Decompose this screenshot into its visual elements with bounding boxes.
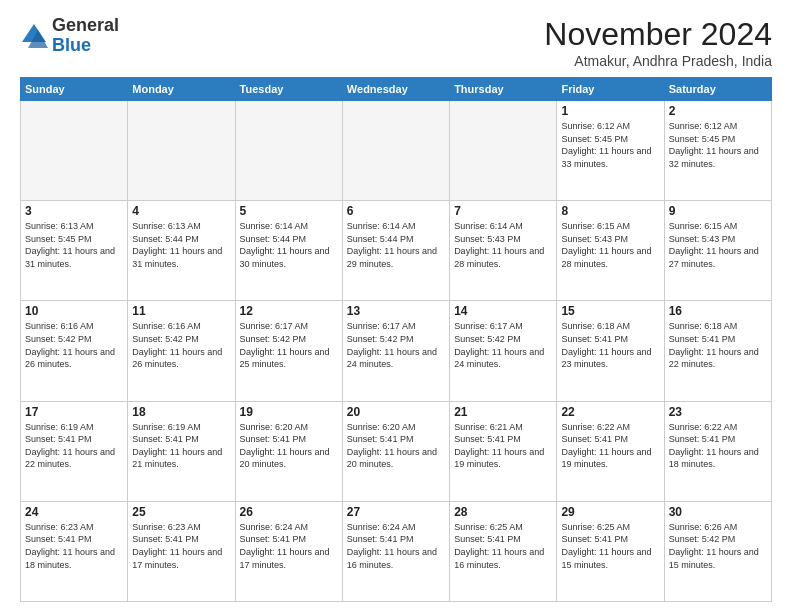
day-number: 18 (132, 405, 230, 419)
day-info: Sunrise: 6:17 AMSunset: 5:42 PMDaylight:… (347, 320, 445, 370)
day-info: Sunrise: 6:19 AMSunset: 5:41 PMDaylight:… (132, 421, 230, 471)
calendar-cell: 24Sunrise: 6:23 AMSunset: 5:41 PMDayligh… (21, 501, 128, 601)
day-info: Sunrise: 6:12 AMSunset: 5:45 PMDaylight:… (669, 120, 767, 170)
calendar-cell: 10Sunrise: 6:16 AMSunset: 5:42 PMDayligh… (21, 301, 128, 401)
weekday-header-tuesday: Tuesday (235, 78, 342, 101)
calendar-cell: 4Sunrise: 6:13 AMSunset: 5:44 PMDaylight… (128, 201, 235, 301)
day-info: Sunrise: 6:14 AMSunset: 5:44 PMDaylight:… (347, 220, 445, 270)
logo: General Blue (20, 16, 119, 56)
day-number: 5 (240, 204, 338, 218)
calendar-cell: 9Sunrise: 6:15 AMSunset: 5:43 PMDaylight… (664, 201, 771, 301)
day-info: Sunrise: 6:20 AMSunset: 5:41 PMDaylight:… (347, 421, 445, 471)
calendar-cell: 6Sunrise: 6:14 AMSunset: 5:44 PMDaylight… (342, 201, 449, 301)
weekday-header-monday: Monday (128, 78, 235, 101)
page: General Blue November 2024 Atmakur, Andh… (0, 0, 792, 612)
day-info: Sunrise: 6:17 AMSunset: 5:42 PMDaylight:… (240, 320, 338, 370)
weekday-header-row: SundayMondayTuesdayWednesdayThursdayFrid… (21, 78, 772, 101)
day-info: Sunrise: 6:16 AMSunset: 5:42 PMDaylight:… (132, 320, 230, 370)
title-block: November 2024 Atmakur, Andhra Pradesh, I… (544, 16, 772, 69)
day-number: 9 (669, 204, 767, 218)
day-number: 2 (669, 104, 767, 118)
day-info: Sunrise: 6:14 AMSunset: 5:43 PMDaylight:… (454, 220, 552, 270)
calendar-cell (235, 101, 342, 201)
day-number: 25 (132, 505, 230, 519)
calendar-cell: 16Sunrise: 6:18 AMSunset: 5:41 PMDayligh… (664, 301, 771, 401)
month-title: November 2024 (544, 16, 772, 53)
day-number: 21 (454, 405, 552, 419)
day-number: 26 (240, 505, 338, 519)
week-row-3: 10Sunrise: 6:16 AMSunset: 5:42 PMDayligh… (21, 301, 772, 401)
calendar-cell: 21Sunrise: 6:21 AMSunset: 5:41 PMDayligh… (450, 401, 557, 501)
day-number: 19 (240, 405, 338, 419)
calendar-cell: 20Sunrise: 6:20 AMSunset: 5:41 PMDayligh… (342, 401, 449, 501)
day-info: Sunrise: 6:20 AMSunset: 5:41 PMDaylight:… (240, 421, 338, 471)
calendar-cell: 25Sunrise: 6:23 AMSunset: 5:41 PMDayligh… (128, 501, 235, 601)
calendar-cell: 18Sunrise: 6:19 AMSunset: 5:41 PMDayligh… (128, 401, 235, 501)
logo-text: General Blue (52, 16, 119, 56)
week-row-2: 3Sunrise: 6:13 AMSunset: 5:45 PMDaylight… (21, 201, 772, 301)
day-number: 20 (347, 405, 445, 419)
logo-general-text: General (52, 15, 119, 35)
calendar-cell: 27Sunrise: 6:24 AMSunset: 5:41 PMDayligh… (342, 501, 449, 601)
calendar-table: SundayMondayTuesdayWednesdayThursdayFrid… (20, 77, 772, 602)
calendar-cell: 23Sunrise: 6:22 AMSunset: 5:41 PMDayligh… (664, 401, 771, 501)
day-number: 24 (25, 505, 123, 519)
calendar-cell: 17Sunrise: 6:19 AMSunset: 5:41 PMDayligh… (21, 401, 128, 501)
calendar-cell: 12Sunrise: 6:17 AMSunset: 5:42 PMDayligh… (235, 301, 342, 401)
day-info: Sunrise: 6:18 AMSunset: 5:41 PMDaylight:… (669, 320, 767, 370)
calendar-cell: 13Sunrise: 6:17 AMSunset: 5:42 PMDayligh… (342, 301, 449, 401)
day-info: Sunrise: 6:19 AMSunset: 5:41 PMDaylight:… (25, 421, 123, 471)
weekday-header-wednesday: Wednesday (342, 78, 449, 101)
day-number: 1 (561, 104, 659, 118)
day-number: 11 (132, 304, 230, 318)
day-info: Sunrise: 6:12 AMSunset: 5:45 PMDaylight:… (561, 120, 659, 170)
day-info: Sunrise: 6:13 AMSunset: 5:44 PMDaylight:… (132, 220, 230, 270)
day-info: Sunrise: 6:26 AMSunset: 5:42 PMDaylight:… (669, 521, 767, 571)
day-info: Sunrise: 6:17 AMSunset: 5:42 PMDaylight:… (454, 320, 552, 370)
day-number: 6 (347, 204, 445, 218)
day-number: 10 (25, 304, 123, 318)
day-number: 3 (25, 204, 123, 218)
weekday-header-friday: Friday (557, 78, 664, 101)
calendar-cell: 29Sunrise: 6:25 AMSunset: 5:41 PMDayligh… (557, 501, 664, 601)
day-number: 23 (669, 405, 767, 419)
calendar-cell: 14Sunrise: 6:17 AMSunset: 5:42 PMDayligh… (450, 301, 557, 401)
calendar-cell: 8Sunrise: 6:15 AMSunset: 5:43 PMDaylight… (557, 201, 664, 301)
day-number: 8 (561, 204, 659, 218)
calendar-cell: 28Sunrise: 6:25 AMSunset: 5:41 PMDayligh… (450, 501, 557, 601)
day-info: Sunrise: 6:23 AMSunset: 5:41 PMDaylight:… (25, 521, 123, 571)
calendar-cell (342, 101, 449, 201)
day-number: 30 (669, 505, 767, 519)
calendar-cell: 2Sunrise: 6:12 AMSunset: 5:45 PMDaylight… (664, 101, 771, 201)
day-number: 16 (669, 304, 767, 318)
day-info: Sunrise: 6:16 AMSunset: 5:42 PMDaylight:… (25, 320, 123, 370)
calendar-cell (21, 101, 128, 201)
day-number: 17 (25, 405, 123, 419)
day-info: Sunrise: 6:21 AMSunset: 5:41 PMDaylight:… (454, 421, 552, 471)
day-number: 15 (561, 304, 659, 318)
calendar-cell: 15Sunrise: 6:18 AMSunset: 5:41 PMDayligh… (557, 301, 664, 401)
calendar-cell: 3Sunrise: 6:13 AMSunset: 5:45 PMDaylight… (21, 201, 128, 301)
weekday-header-thursday: Thursday (450, 78, 557, 101)
calendar-cell (128, 101, 235, 201)
calendar-cell: 19Sunrise: 6:20 AMSunset: 5:41 PMDayligh… (235, 401, 342, 501)
calendar-cell: 26Sunrise: 6:24 AMSunset: 5:41 PMDayligh… (235, 501, 342, 601)
header: General Blue November 2024 Atmakur, Andh… (20, 16, 772, 69)
day-number: 7 (454, 204, 552, 218)
day-info: Sunrise: 6:25 AMSunset: 5:41 PMDaylight:… (454, 521, 552, 571)
calendar-cell: 30Sunrise: 6:26 AMSunset: 5:42 PMDayligh… (664, 501, 771, 601)
day-info: Sunrise: 6:18 AMSunset: 5:41 PMDaylight:… (561, 320, 659, 370)
day-info: Sunrise: 6:23 AMSunset: 5:41 PMDaylight:… (132, 521, 230, 571)
day-info: Sunrise: 6:25 AMSunset: 5:41 PMDaylight:… (561, 521, 659, 571)
day-number: 12 (240, 304, 338, 318)
day-info: Sunrise: 6:15 AMSunset: 5:43 PMDaylight:… (669, 220, 767, 270)
weekday-header-sunday: Sunday (21, 78, 128, 101)
day-info: Sunrise: 6:15 AMSunset: 5:43 PMDaylight:… (561, 220, 659, 270)
day-info: Sunrise: 6:22 AMSunset: 5:41 PMDaylight:… (561, 421, 659, 471)
calendar-cell: 5Sunrise: 6:14 AMSunset: 5:44 PMDaylight… (235, 201, 342, 301)
day-number: 13 (347, 304, 445, 318)
location-subtitle: Atmakur, Andhra Pradesh, India (544, 53, 772, 69)
day-number: 29 (561, 505, 659, 519)
calendar-cell (450, 101, 557, 201)
calendar-cell: 22Sunrise: 6:22 AMSunset: 5:41 PMDayligh… (557, 401, 664, 501)
